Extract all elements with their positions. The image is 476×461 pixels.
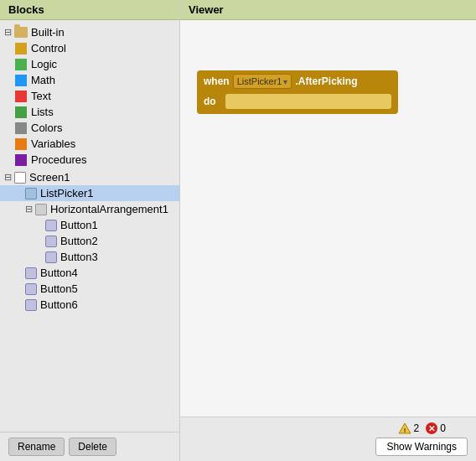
viewer-content: when ListPicker1 ▾ .AfterPicking do — [180, 20, 476, 417]
control-item[interactable]: Control — [0, 40, 179, 56]
viewer-panel: Viewer when ListPicker1 ▾ .AfterPicking … — [180, 0, 476, 461]
blocks-content: ⊟ Built-in Control Logic Math — [0, 20, 179, 432]
warning-icon-group: ! 2 — [398, 422, 420, 434]
listpicker1-item[interactable]: ListPicker1 — [0, 185, 179, 201]
lists-color-block — [15, 106, 27, 118]
warnings-count: 2 — [414, 422, 420, 434]
screen1-item[interactable]: ⊟ Screen1 — [0, 169, 179, 185]
screen1-label: Screen1 — [29, 171, 70, 184]
math-label: Math — [31, 74, 55, 86]
button6-item[interactable]: Button6 — [0, 297, 179, 313]
button2-item[interactable]: Button2 — [0, 233, 179, 249]
viewer-bottom-bar: ! 2 ✕ 0 Show Warnings — [180, 417, 476, 461]
variables-label: Variables — [31, 137, 75, 150]
procedures-color-block — [15, 154, 27, 166]
button5-label: Button5 — [40, 282, 78, 295]
button4-label: Button4 — [40, 267, 78, 279]
colors-color-block — [15, 122, 27, 134]
logic-label: Logic — [31, 58, 57, 70]
rename-button[interactable]: Rename — [8, 438, 65, 456]
lists-label: Lists — [31, 106, 54, 118]
control-color-block — [15, 43, 27, 54]
button1-icon — [45, 220, 57, 231]
control-label: Control — [31, 42, 66, 54]
screen1-section: ⊟ Screen1 ListPicker1 ⊟ HorizontalArrang… — [0, 169, 179, 313]
do-label: do — [204, 96, 220, 107]
colors-item[interactable]: Colors — [0, 120, 179, 136]
text-item[interactable]: Text — [0, 88, 179, 104]
error-circle-icon: ✕ — [426, 422, 437, 434]
button4-icon — [25, 267, 37, 279]
warnings-section: ! 2 ✕ 0 Show Warnings — [375, 422, 468, 456]
button3-label: Button3 — [60, 251, 98, 263]
block-container: when ListPicker1 ▾ .AfterPicking do — [197, 70, 398, 114]
builtin-section: ⊟ Built-in Control Logic Math — [0, 24, 179, 168]
logic-item[interactable]: Logic — [0, 56, 179, 72]
button4-item[interactable]: Button4 — [0, 265, 179, 281]
blocks-header: Blocks — [0, 0, 179, 20]
horzarr1-item[interactable]: ⊟ HorizontalArrangement1 — [0, 201, 179, 217]
variables-item[interactable]: Variables — [0, 136, 179, 152]
horzarr1-toggle[interactable]: ⊟ — [25, 204, 35, 215]
viewer-header: Viewer — [180, 0, 476, 20]
lists-item[interactable]: Lists — [0, 104, 179, 120]
when-label: when — [204, 75, 230, 87]
blocks-bottom-bar: Rename Delete — [0, 432, 179, 461]
button2-icon — [45, 236, 57, 247]
text-color-block — [15, 91, 27, 102]
error-icon-group: ✕ 0 — [426, 422, 446, 434]
logic-color-block — [15, 59, 27, 70]
svg-text:!: ! — [403, 427, 406, 434]
procedures-label: Procedures — [31, 153, 86, 166]
screen1-toggle[interactable]: ⊟ — [4, 172, 14, 183]
listpicker1-label: ListPicker1 — [40, 187, 94, 199]
show-warnings-button[interactable]: Show Warnings — [375, 438, 468, 456]
text-label: Text — [31, 90, 51, 102]
block-do-row: do — [197, 92, 398, 114]
screen1-icon — [14, 172, 26, 184]
variables-color-block — [15, 138, 27, 150]
event-name: .AfterPicking — [295, 75, 357, 87]
button6-icon — [25, 299, 37, 311]
horzarr1-label: HorizontalArrangement1 — [50, 203, 168, 215]
warning-triangle-icon: ! — [398, 422, 411, 434]
dropdown-arrow-icon: ▾ — [283, 77, 287, 86]
math-item[interactable]: Math — [0, 72, 179, 88]
procedures-item[interactable]: Procedures — [0, 152, 179, 168]
listpicker1-icon — [25, 188, 37, 199]
component-name: ListPicker1 — [237, 76, 282, 86]
button1-item[interactable]: Button1 — [0, 217, 179, 233]
errors-count: 0 — [440, 422, 446, 434]
blocks-panel: Blocks ⊟ Built-in Control Logic — [0, 0, 180, 461]
colors-label: Colors — [31, 122, 63, 134]
delete-button[interactable]: Delete — [69, 438, 116, 456]
rename-delete-buttons: Rename Delete — [8, 438, 116, 456]
button6-label: Button6 — [40, 298, 78, 311]
builtin-folder-icon — [14, 27, 28, 38]
button5-icon — [25, 283, 37, 295]
button5-item[interactable]: Button5 — [0, 281, 179, 297]
when-block: when ListPicker1 ▾ .AfterPicking do — [197, 70, 398, 114]
button3-item[interactable]: Button3 — [0, 249, 179, 265]
math-color-block — [15, 75, 27, 86]
button2-label: Button2 — [60, 235, 98, 247]
do-slot — [225, 94, 391, 109]
component-dropdown[interactable]: ListPicker1 ▾ — [233, 74, 292, 89]
builtin-toggle[interactable]: ⊟ — [4, 27, 14, 38]
builtin-label: Built-in — [31, 26, 65, 39]
warnings-counts: ! 2 ✕ 0 — [398, 422, 446, 434]
block-top-row: when ListPicker1 ▾ .AfterPicking — [197, 70, 398, 92]
button3-icon — [45, 251, 57, 263]
horzarr1-icon — [35, 204, 47, 215]
builtin-item[interactable]: ⊟ Built-in — [0, 24, 179, 40]
button1-label: Button1 — [60, 219, 98, 231]
